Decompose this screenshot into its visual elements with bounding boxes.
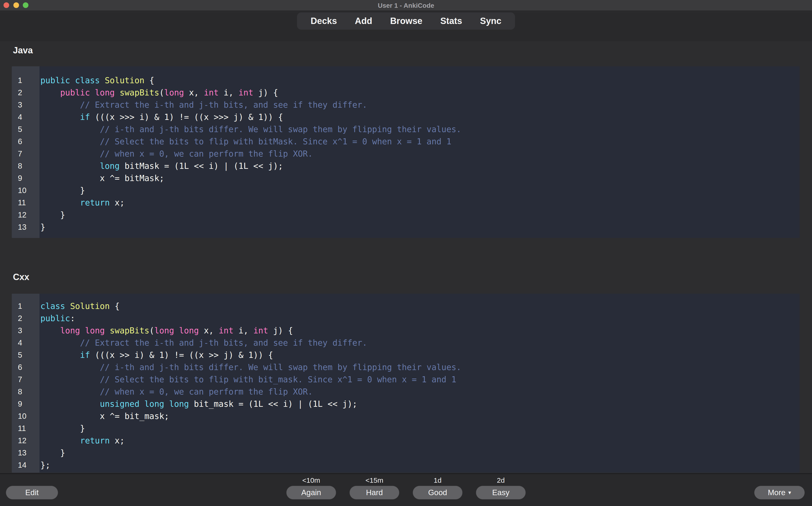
- code-lines: class Solution {public: long long swapBi…: [39, 294, 800, 473]
- edit-button[interactable]: Edit: [6, 486, 58, 499]
- code-line: long long swapBits(long long x, int i, i…: [40, 325, 800, 337]
- line-number: 7: [12, 148, 39, 160]
- toolbar-item-stats[interactable]: Stats: [440, 16, 462, 26]
- code-line: return x;: [40, 196, 800, 209]
- line-number: 9: [12, 172, 39, 184]
- code-line: x ^= bitMask;: [40, 172, 800, 184]
- section-heading-java: Java: [13, 45, 33, 56]
- line-number: 3: [12, 325, 39, 337]
- line-number: 8: [12, 386, 39, 398]
- code-line: long bitMask = (1L << i) | (1L << j);: [40, 160, 800, 172]
- line-number: 12: [12, 209, 39, 221]
- code-line: public class Solution {: [40, 74, 800, 87]
- code-line: x ^= bit_mask;: [40, 410, 800, 422]
- code-block-cxx: 1234567891011121314 class Solution {publ…: [12, 294, 800, 473]
- code-line: unsigned long long bit_mask = (1L << i) …: [40, 398, 800, 410]
- line-number: 2: [12, 87, 39, 99]
- line-number: 1: [12, 300, 39, 312]
- code-line: }: [40, 184, 800, 196]
- line-number: 7: [12, 373, 39, 386]
- titlebar: User 1 - AnkiCode: [0, 0, 812, 11]
- code-line: // Select the bits to flip with bitMask.…: [40, 136, 800, 148]
- top-toolbar: Decks Add Browse Stats Sync: [0, 12, 812, 41]
- code-line: }: [40, 422, 800, 434]
- line-number: 13: [12, 447, 39, 459]
- code-line: };: [40, 459, 800, 471]
- line-number: 9: [12, 398, 39, 410]
- code-lines: public class Solution { public long swap…: [39, 66, 800, 238]
- line-number: 5: [12, 123, 39, 136]
- line-number: 13: [12, 221, 39, 233]
- nav-pill: Decks Add Browse Stats Sync: [297, 12, 515, 30]
- code-line: if (((x >> i) & 1) != ((x >> j) & 1)) {: [40, 349, 800, 361]
- code-line: if (((x >>> i) & 1) != ((x >>> j) & 1)) …: [40, 111, 800, 123]
- toolbar-item-decks[interactable]: Decks: [311, 16, 337, 26]
- code-block-java: 12345678910111213 public class Solution …: [12, 66, 800, 238]
- code-line: // Extract the i-th and j-th bits, and s…: [40, 99, 800, 111]
- code-line: }: [40, 209, 800, 221]
- dropdown-arrow-icon: ▾: [788, 490, 791, 495]
- code-line: }: [40, 447, 800, 459]
- interval-label-hard: <15m: [366, 476, 384, 485]
- code-line: class Solution {: [40, 300, 800, 312]
- line-number: 6: [12, 136, 39, 148]
- line-number: 3: [12, 99, 39, 111]
- code-line: // Select the bits to flip with bit_mask…: [40, 373, 800, 386]
- rating-col-again: <10m Again: [286, 474, 336, 499]
- code-line: // i-th and j-th bits differ. We will sw…: [40, 123, 800, 136]
- rating-col-good: 1d Good: [413, 474, 463, 499]
- interval-label-good: 1d: [434, 476, 441, 485]
- code-line: // i-th and j-th bits differ. We will sw…: [40, 361, 800, 373]
- code-line: return x;: [40, 434, 800, 447]
- line-number: 4: [12, 111, 39, 123]
- window-title: User 1 - AnkiCode: [0, 0, 812, 11]
- code-line: // Extract the i-th and j-th bits, and s…: [40, 337, 800, 349]
- section-heading-cxx: Cxx: [13, 272, 29, 282]
- toolbar-item-browse[interactable]: Browse: [390, 16, 422, 26]
- line-number: 8: [12, 160, 39, 172]
- line-number: 11: [12, 196, 39, 209]
- line-number-gutter: 12345678910111213: [12, 66, 39, 238]
- app-window: User 1 - AnkiCode Decks Add Browse Stats…: [0, 0, 812, 506]
- line-number: 4: [12, 337, 39, 349]
- hard-button[interactable]: Hard: [349, 486, 399, 499]
- easy-button[interactable]: Easy: [476, 486, 526, 499]
- code-line: // when x = 0, we can perform the flip X…: [40, 386, 800, 398]
- code-line: public long swapBits(long x, int i, int …: [40, 87, 800, 99]
- line-number: 5: [12, 349, 39, 361]
- more-button[interactable]: More ▾: [754, 486, 805, 499]
- line-number: 10: [12, 410, 39, 422]
- toolbar-item-add[interactable]: Add: [355, 16, 372, 26]
- rating-col-easy: 2d Easy: [476, 474, 526, 499]
- interval-label-again: <10m: [302, 476, 320, 485]
- more-button-label: More: [768, 488, 786, 497]
- line-number: 11: [12, 422, 39, 434]
- code-line: public:: [40, 312, 800, 325]
- code-line: }: [40, 221, 800, 233]
- line-number: 6: [12, 361, 39, 373]
- line-number: 14: [12, 459, 39, 471]
- toolbar-item-sync[interactable]: Sync: [480, 16, 501, 26]
- again-button[interactable]: Again: [286, 486, 336, 499]
- line-number: 10: [12, 184, 39, 196]
- line-number: 2: [12, 312, 39, 325]
- line-number-gutter: 1234567891011121314: [12, 294, 39, 473]
- good-button[interactable]: Good: [413, 486, 463, 499]
- code-line: // when x = 0, we can perform the flip X…: [40, 148, 800, 160]
- line-number: 1: [12, 74, 39, 87]
- line-number: 12: [12, 434, 39, 447]
- rating-group: <10m Again <15m Hard 1d Good 2d Easy: [286, 474, 526, 499]
- answer-bar: Edit <10m Again <15m Hard 1d Good 2d Eas…: [0, 473, 812, 506]
- rating-col-hard: <15m Hard: [349, 474, 399, 499]
- interval-label-easy: 2d: [497, 476, 505, 485]
